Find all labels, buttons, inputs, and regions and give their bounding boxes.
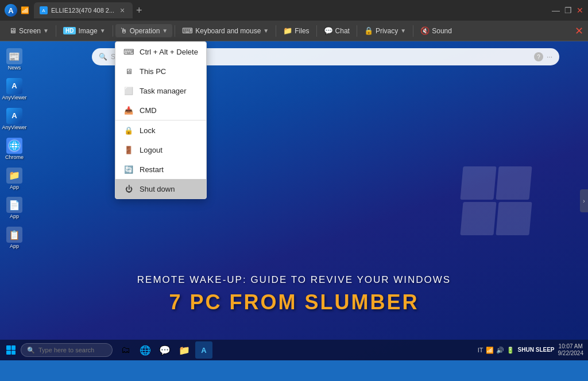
app3-label: App bbox=[10, 244, 19, 250]
tab-close-button[interactable]: × bbox=[118, 6, 127, 15]
lock-label: Lock bbox=[140, 126, 155, 135]
keyboard-mouse-label: Keyboard and mouse bbox=[195, 27, 261, 35]
files-button[interactable]: 📁 Files bbox=[278, 24, 314, 37]
desktop-icon-app1[interactable]: 📁 App bbox=[2, 165, 27, 193]
task-manager-icon: ⬜ bbox=[123, 85, 134, 96]
logout-icon: 🚪 bbox=[123, 145, 134, 155]
taskbar-search-input[interactable] bbox=[38, 347, 107, 353]
cmd-icon: 📥 bbox=[123, 105, 134, 115]
operation-icon: 🖱 bbox=[120, 26, 127, 35]
address-bar-icon: 🔍 bbox=[99, 53, 107, 61]
image-arrow: ▼ bbox=[100, 28, 106, 34]
taskbar-right: IT 📶 🔊 🔋 SHUN SLEEP 10:07 AM 9/22/2024 bbox=[478, 343, 586, 357]
taskbar-icon-anyviewer[interactable]: A bbox=[195, 341, 212, 359]
privacy-label: Privacy bbox=[376, 27, 398, 35]
chrome-label: Chrome bbox=[5, 155, 24, 161]
minimize-button[interactable]: — bbox=[552, 6, 560, 15]
image-label: Image bbox=[78, 27, 97, 35]
blog-overlay: REMOTE WAKE-UP: GUIDE TO REVIVE YOUR WIN… bbox=[93, 274, 495, 314]
address-help-icon[interactable]: ? bbox=[534, 52, 543, 61]
desktop-icon-anyviewer2[interactable]: A AnyViewer bbox=[2, 106, 27, 133]
windows-deco bbox=[462, 166, 531, 235]
desktop-icon-news[interactable]: 📰 News bbox=[2, 46, 27, 73]
cmd-label: CMD bbox=[140, 106, 157, 115]
desktop-icon-chrome[interactable]: 🌐 Chrome bbox=[2, 135, 27, 163]
tray-it: IT bbox=[478, 347, 483, 353]
anyviewer1-label: AnyViewer bbox=[2, 95, 27, 101]
operation-button[interactable]: 🖱 Operation ▼ bbox=[115, 24, 173, 37]
edge-handle[interactable]: › bbox=[580, 189, 588, 212]
chat-button[interactable]: 💬 Chat bbox=[319, 24, 354, 37]
taskbar-icon-1[interactable]: 🗂 bbox=[117, 341, 134, 359]
news-icon: 📰 bbox=[6, 48, 22, 64]
taskbar-search-icon: 🔍 bbox=[27, 347, 35, 354]
start-menu-icon[interactable] bbox=[2, 341, 20, 359]
separator-2 bbox=[113, 25, 113, 37]
menu-item-shutdown[interactable]: ⏻ Shut down bbox=[115, 179, 206, 199]
clock-time: 10:07 AM bbox=[559, 343, 583, 350]
menu-item-restart[interactable]: 🔄 Restart bbox=[115, 160, 206, 179]
close-button[interactable]: ✕ bbox=[577, 6, 583, 15]
desktop-icon-app3[interactable]: 📋 App bbox=[2, 224, 27, 252]
menu-item-cmd[interactable]: 📥 CMD bbox=[115, 100, 206, 120]
remote-desktop-area: 📰 News A AnyViewer A AnyViewer 🌐 Chrome bbox=[0, 41, 588, 360]
address-dots[interactable]: ··· bbox=[547, 53, 552, 61]
tray-network: 📶 bbox=[486, 347, 494, 354]
operation-arrow: ▼ bbox=[162, 28, 168, 34]
operation-label: Operation bbox=[130, 27, 160, 35]
menu-item-ctrl-alt-del[interactable]: ⌨ Ctrl + Alt + Delete bbox=[115, 42, 206, 61]
desktop-icons-column: 📰 News A AnyViewer A AnyViewer 🌐 Chrome bbox=[0, 41, 29, 360]
separator-4 bbox=[276, 25, 276, 37]
screen-button[interactable]: 🖥 Screen ▼ bbox=[5, 24, 53, 37]
sound-label: Sound bbox=[432, 27, 452, 35]
menu-item-logout[interactable]: 🚪 Logout bbox=[115, 140, 206, 160]
toolbar: 🖥 Screen ▼ HD Image ▼ 🖱 Operation ▼ ⌨ Ke… bbox=[0, 21, 588, 41]
keyboard-mouse-button[interactable]: ⌨ Keyboard and mouse ▼ bbox=[177, 24, 273, 37]
lock-icon: 🔒 bbox=[123, 125, 134, 135]
taskbar-pinned-icons: 🗂 🌐 💬 📁 A bbox=[117, 341, 212, 359]
taskbar-icon-3[interactable]: 💬 bbox=[156, 341, 173, 359]
menu-item-lock[interactable]: 🔒 Lock bbox=[115, 120, 206, 140]
chat-icon: 💬 bbox=[324, 26, 333, 35]
separator-7 bbox=[413, 25, 413, 37]
restore-button[interactable]: ❐ bbox=[564, 6, 572, 15]
restart-icon: 🔄 bbox=[123, 164, 134, 174]
taskbar-icon-4[interactable]: 📁 bbox=[176, 341, 193, 359]
logout-label: Logout bbox=[140, 146, 163, 154]
separator-6 bbox=[357, 25, 357, 37]
taskbar-icon-2[interactable]: 🌐 bbox=[137, 341, 154, 359]
app1-label: App bbox=[10, 185, 19, 190]
close-session-icon[interactable]: ✕ bbox=[575, 25, 583, 37]
ctrl-alt-del-label: Ctrl + Alt + Delete bbox=[140, 48, 198, 56]
image-button[interactable]: HD Image ▼ bbox=[59, 25, 110, 37]
screen-icon: 🖥 bbox=[9, 26, 17, 35]
windows-taskbar: 🔍 🗂 🌐 💬 📁 A IT 📶 🔊 🔋 bbox=[0, 340, 588, 360]
desktop-icon-app2[interactable]: 📄 App bbox=[2, 195, 27, 222]
system-clock: 10:07 AM 9/22/2024 bbox=[558, 343, 584, 357]
blog-subtitle: REMOTE WAKE-UP: GUIDE TO REVIVE YOUR WIN… bbox=[93, 274, 495, 286]
desktop-icon-anyviewer1[interactable]: A AnyViewer bbox=[2, 76, 27, 103]
shutdown-icon: ⏻ bbox=[123, 184, 134, 194]
new-tab-button[interactable]: + bbox=[136, 5, 142, 17]
sound-icon: 🔇 bbox=[420, 26, 430, 35]
clock-date: 9/22/2024 bbox=[558, 350, 584, 357]
privacy-button[interactable]: 🔒 Privacy ▼ bbox=[359, 24, 411, 37]
anyviewer2-icon: A bbox=[6, 108, 22, 124]
separator-1 bbox=[56, 25, 56, 37]
menu-item-task-manager[interactable]: ⬜ Task manager bbox=[115, 81, 206, 100]
active-tab[interactable]: A ELLIE123(470 408 2... × bbox=[34, 2, 133, 18]
files-label: Files bbox=[295, 27, 309, 35]
separator-5 bbox=[316, 25, 317, 37]
anyviewer2-label: AnyViewer bbox=[2, 125, 27, 131]
signal-icon: 📶 bbox=[21, 6, 29, 14]
sound-button[interactable]: 🔇 Sound bbox=[416, 24, 457, 37]
shun-sleep-brand: SHUN SLEEP bbox=[518, 347, 555, 353]
menu-item-this-pc[interactable]: 🖥 This PC bbox=[115, 61, 206, 81]
browser-logo: A bbox=[5, 4, 17, 17]
tab-bar: A ELLIE123(470 408 2... × + bbox=[34, 2, 548, 18]
tray-battery: 🔋 bbox=[506, 347, 514, 354]
app1-icon: 📁 bbox=[6, 168, 22, 184]
taskbar-search[interactable]: 🔍 bbox=[21, 343, 113, 357]
tab-favicon: A bbox=[40, 6, 48, 14]
operation-dropdown-menu: ⌨ Ctrl + Alt + Delete 🖥 This PC ⬜ Task m… bbox=[115, 41, 207, 199]
